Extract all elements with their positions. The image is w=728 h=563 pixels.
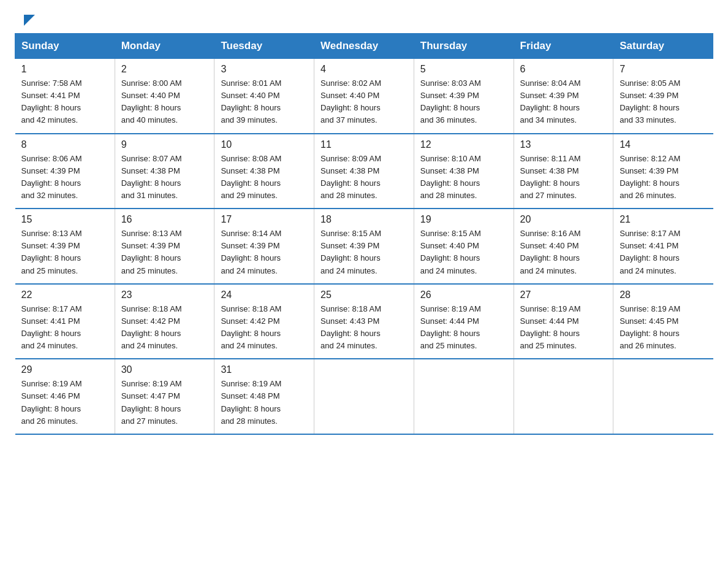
day-number: 1	[21, 64, 108, 75]
day-number: 4	[320, 64, 408, 75]
day-info: Sunrise: 8:19 AMSunset: 4:44 PMDaylight:…	[420, 303, 507, 353]
col-header-saturday: Saturday	[613, 34, 713, 59]
day-number: 22	[21, 289, 108, 301]
calendar-week-row: 8Sunrise: 8:06 AMSunset: 4:39 PMDaylight…	[15, 134, 713, 209]
day-info: Sunrise: 8:19 AMSunset: 4:48 PMDaylight:…	[221, 378, 308, 427]
day-info: Sunrise: 8:13 AMSunset: 4:39 PMDaylight:…	[21, 228, 108, 277]
col-header-tuesday: Tuesday	[214, 34, 314, 59]
calendar-cell: 9Sunrise: 8:07 AMSunset: 4:38 PMDaylight…	[115, 134, 214, 209]
day-info: Sunrise: 8:17 AMSunset: 4:41 PMDaylight:…	[620, 228, 707, 277]
calendar-cell: 25Sunrise: 8:18 AMSunset: 4:43 PMDayligh…	[314, 284, 414, 359]
day-number: 10	[221, 139, 308, 150]
calendar-cell: 30Sunrise: 8:19 AMSunset: 4:47 PMDayligh…	[115, 359, 214, 434]
day-number: 8	[21, 139, 108, 150]
day-number: 29	[21, 364, 108, 375]
day-number: 6	[520, 64, 607, 75]
logo-triangle-icon	[24, 15, 35, 26]
calendar-cell: 18Sunrise: 8:15 AMSunset: 4:39 PMDayligh…	[314, 209, 414, 284]
calendar-cell: 22Sunrise: 8:17 AMSunset: 4:41 PMDayligh…	[15, 284, 115, 359]
col-header-wednesday: Wednesday	[314, 34, 414, 59]
day-info: Sunrise: 8:14 AMSunset: 4:39 PMDaylight:…	[221, 228, 308, 277]
calendar-cell: 12Sunrise: 8:10 AMSunset: 4:38 PMDayligh…	[414, 134, 514, 209]
day-number: 31	[221, 364, 308, 375]
calendar-cell: 11Sunrise: 8:09 AMSunset: 4:38 PMDayligh…	[314, 134, 414, 209]
col-header-sunday: Sunday	[15, 34, 115, 59]
calendar-cell: 4Sunrise: 8:02 AMSunset: 4:40 PMDaylight…	[314, 59, 414, 134]
day-info: Sunrise: 7:58 AMSunset: 4:41 PMDaylight:…	[21, 77, 108, 127]
calendar-table: SundayMondayTuesdayWednesdayThursdayFrid…	[15, 33, 713, 435]
calendar-week-row: 15Sunrise: 8:13 AMSunset: 4:39 PMDayligh…	[15, 209, 713, 284]
day-info: Sunrise: 8:11 AMSunset: 4:38 PMDaylight:…	[520, 153, 607, 202]
page-header	[0, 0, 728, 33]
day-info: Sunrise: 8:07 AMSunset: 4:38 PMDaylight:…	[121, 153, 208, 202]
day-info: Sunrise: 8:19 AMSunset: 4:44 PMDaylight:…	[520, 303, 607, 353]
day-number: 18	[320, 214, 408, 225]
calendar-cell: 6Sunrise: 8:04 AMSunset: 4:39 PMDaylight…	[514, 59, 613, 134]
day-info: Sunrise: 8:18 AMSunset: 4:42 PMDaylight:…	[221, 303, 308, 353]
calendar-container: SundayMondayTuesdayWednesdayThursdayFrid…	[0, 33, 728, 450]
calendar-week-row: 22Sunrise: 8:17 AMSunset: 4:41 PMDayligh…	[15, 284, 713, 359]
logo	[22, 15, 35, 26]
day-number: 25	[320, 289, 408, 301]
calendar-cell: 1Sunrise: 7:58 AMSunset: 4:41 PMDaylight…	[15, 59, 115, 134]
calendar-week-row: 29Sunrise: 8:19 AMSunset: 4:46 PMDayligh…	[15, 359, 713, 434]
calendar-cell: 31Sunrise: 8:19 AMSunset: 4:48 PMDayligh…	[214, 359, 314, 434]
calendar-cell: 15Sunrise: 8:13 AMSunset: 4:39 PMDayligh…	[15, 209, 115, 284]
calendar-cell: 16Sunrise: 8:13 AMSunset: 4:39 PMDayligh…	[115, 209, 214, 284]
calendar-cell: 7Sunrise: 8:05 AMSunset: 4:39 PMDaylight…	[613, 59, 713, 134]
calendar-cell: 13Sunrise: 8:11 AMSunset: 4:38 PMDayligh…	[514, 134, 613, 209]
calendar-cell: 28Sunrise: 8:19 AMSunset: 4:45 PMDayligh…	[613, 284, 713, 359]
day-info: Sunrise: 8:19 AMSunset: 4:45 PMDaylight:…	[620, 303, 707, 353]
calendar-cell: 14Sunrise: 8:12 AMSunset: 4:39 PMDayligh…	[613, 134, 713, 209]
calendar-cell: 20Sunrise: 8:16 AMSunset: 4:40 PMDayligh…	[514, 209, 613, 284]
day-number: 9	[121, 139, 208, 150]
day-info: Sunrise: 8:05 AMSunset: 4:39 PMDaylight:…	[620, 77, 707, 127]
day-number: 24	[221, 289, 308, 301]
day-info: Sunrise: 8:01 AMSunset: 4:40 PMDaylight:…	[221, 77, 308, 127]
day-number: 7	[620, 64, 707, 75]
day-info: Sunrise: 8:02 AMSunset: 4:40 PMDaylight:…	[320, 77, 408, 127]
day-info: Sunrise: 8:18 AMSunset: 4:42 PMDaylight:…	[121, 303, 208, 353]
day-info: Sunrise: 8:04 AMSunset: 4:39 PMDaylight:…	[520, 77, 607, 127]
calendar-cell: 10Sunrise: 8:08 AMSunset: 4:38 PMDayligh…	[214, 134, 314, 209]
col-header-friday: Friday	[514, 34, 613, 59]
day-number: 5	[420, 64, 507, 75]
calendar-cell: 27Sunrise: 8:19 AMSunset: 4:44 PMDayligh…	[514, 284, 613, 359]
day-number: 13	[520, 139, 607, 150]
calendar-body: 1Sunrise: 7:58 AMSunset: 4:41 PMDaylight…	[15, 59, 713, 434]
day-number: 30	[121, 364, 208, 375]
calendar-cell: 29Sunrise: 8:19 AMSunset: 4:46 PMDayligh…	[15, 359, 115, 434]
day-info: Sunrise: 8:15 AMSunset: 4:40 PMDaylight:…	[420, 228, 507, 277]
day-info: Sunrise: 8:09 AMSunset: 4:38 PMDaylight:…	[320, 153, 408, 202]
day-number: 21	[620, 214, 707, 225]
day-number: 14	[620, 139, 707, 150]
day-info: Sunrise: 8:03 AMSunset: 4:39 PMDaylight:…	[420, 77, 507, 127]
calendar-cell	[613, 359, 713, 434]
day-number: 23	[121, 289, 208, 301]
day-number: 15	[21, 214, 108, 225]
day-number: 11	[320, 139, 408, 150]
day-number: 28	[620, 289, 707, 301]
day-number: 2	[121, 64, 208, 75]
calendar-cell: 26Sunrise: 8:19 AMSunset: 4:44 PMDayligh…	[414, 284, 514, 359]
calendar-cell	[314, 359, 414, 434]
calendar-week-row: 1Sunrise: 7:58 AMSunset: 4:41 PMDaylight…	[15, 59, 713, 134]
day-number: 19	[420, 214, 507, 225]
col-header-thursday: Thursday	[414, 34, 514, 59]
calendar-cell: 24Sunrise: 8:18 AMSunset: 4:42 PMDayligh…	[214, 284, 314, 359]
day-info: Sunrise: 8:00 AMSunset: 4:40 PMDaylight:…	[121, 77, 208, 127]
day-number: 3	[221, 64, 308, 75]
calendar-cell: 5Sunrise: 8:03 AMSunset: 4:39 PMDaylight…	[414, 59, 514, 134]
day-number: 12	[420, 139, 507, 150]
day-info: Sunrise: 8:08 AMSunset: 4:38 PMDaylight:…	[221, 153, 308, 202]
calendar-cell: 17Sunrise: 8:14 AMSunset: 4:39 PMDayligh…	[214, 209, 314, 284]
day-info: Sunrise: 8:16 AMSunset: 4:40 PMDaylight:…	[520, 228, 607, 277]
calendar-cell: 23Sunrise: 8:18 AMSunset: 4:42 PMDayligh…	[115, 284, 214, 359]
day-number: 27	[520, 289, 607, 301]
day-info: Sunrise: 8:15 AMSunset: 4:39 PMDaylight:…	[320, 228, 408, 277]
day-number: 16	[121, 214, 208, 225]
calendar-cell: 2Sunrise: 8:00 AMSunset: 4:40 PMDaylight…	[115, 59, 214, 134]
calendar-cell	[514, 359, 613, 434]
calendar-cell: 19Sunrise: 8:15 AMSunset: 4:40 PMDayligh…	[414, 209, 514, 284]
day-number: 17	[221, 214, 308, 225]
